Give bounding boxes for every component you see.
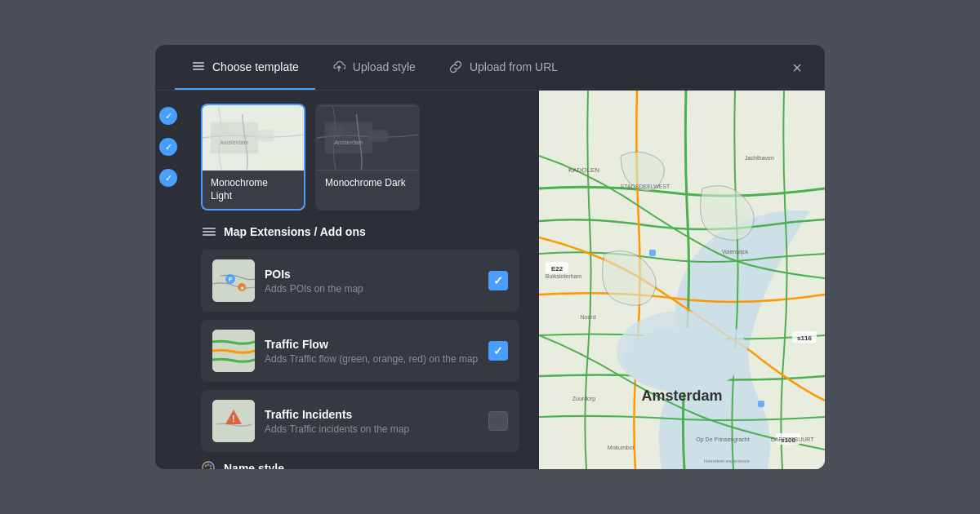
extension-item-traffic-incidents[interactable]: ! Traffic Incidents Adds Traffic inciden…	[201, 390, 519, 452]
template-card-img-light: Amsterdam	[203, 105, 304, 171]
tab-choose-template[interactable]: Choose template	[175, 45, 315, 90]
pois-desc: Adds POIs on the map	[265, 283, 479, 295]
svg-text:Amsterdam: Amsterdam	[641, 388, 722, 404]
template-card-dark-label: Monochrome Dark	[317, 171, 418, 197]
extension-item-traffic-flow[interactable]: Traffic Flow Adds Traffic flow (green, o…	[201, 320, 519, 382]
extensions-section-title: Map Extensions / Add ons	[224, 225, 366, 238]
svg-text:Amsterdam: Amsterdam	[220, 140, 248, 145]
svg-rect-2	[193, 62, 204, 64]
traffic-flow-name: Traffic Flow	[265, 338, 479, 351]
layers-icon	[191, 60, 206, 74]
traffic-incidents-thumbnail: !	[212, 400, 255, 442]
step-2-indicator	[159, 138, 177, 156]
svg-text:E22: E22	[551, 265, 564, 273]
name-style-title: Name style	[224, 462, 284, 469]
svg-point-27	[207, 463, 210, 466]
template-card-light-label: Monochrome Light	[203, 171, 304, 209]
svg-point-26	[205, 465, 207, 467]
link-icon	[448, 60, 463, 74]
upload-cloud-icon	[332, 60, 346, 74]
traffic-incidents-checkbox[interactable]	[488, 411, 508, 431]
traffic-flow-thumbnail	[212, 330, 255, 372]
template-card-monochrome-dark[interactable]: Amsterdam Monochrome Dark	[315, 104, 420, 210]
svg-rect-0	[193, 65, 204, 67]
tab-upload-url[interactable]: Upload from URL	[432, 45, 574, 90]
svg-point-28	[210, 465, 212, 467]
svg-text:KADOLEN: KADOLEN	[568, 166, 599, 174]
palette-icon	[201, 460, 217, 469]
svg-text:Volenwijck: Volenwijck	[722, 249, 749, 255]
svg-rect-6	[215, 126, 230, 135]
svg-text:Heineken experience: Heineken experience	[704, 459, 751, 463]
template-card-monochrome-light[interactable]: Amsterdam Monochrome Light	[201, 104, 305, 210]
svg-text:P: P	[229, 277, 233, 282]
svg-point-29	[210, 468, 212, 469]
svg-text:Jachthaven: Jachthaven	[745, 155, 774, 161]
traffic-incidents-info: Traffic Incidents Adds Traffic incidents…	[265, 408, 479, 435]
pois-info: POIs Adds POIs on the map	[265, 268, 479, 295]
svg-rect-53	[758, 401, 764, 407]
modal-header: Choose template Upload style Upload from…	[155, 45, 825, 91]
traffic-flow-checkbox[interactable]	[488, 341, 508, 361]
svg-text:Mokumbol: Mokumbol	[608, 445, 635, 450]
extensions-icon	[201, 224, 217, 240]
svg-text:Op De Prinsengracht: Op De Prinsengracht	[696, 436, 749, 443]
step-3-indicator	[159, 169, 177, 187]
svg-text:!: !	[232, 414, 234, 423]
content-panel: Amsterdam Monochrome Light	[181, 91, 539, 469]
left-sidebar	[155, 91, 181, 469]
svg-rect-11	[329, 126, 345, 135]
svg-text:★: ★	[240, 286, 244, 290]
svg-text:Noord: Noord	[580, 314, 595, 320]
svg-text:Amsterdam: Amsterdam	[334, 140, 363, 145]
tab-upload-style-label: Upload style	[353, 60, 416, 73]
svg-rect-7	[254, 130, 274, 142]
traffic-flow-info: Traffic Flow Adds Traffic flow (green, o…	[265, 338, 479, 365]
tab-choose-template-label: Choose template	[212, 60, 299, 73]
svg-text:GAPPERBUURT: GAPPERBUURT	[770, 436, 814, 442]
extensions-section-header: Map Extensions / Add ons	[201, 224, 519, 240]
step-1-indicator	[159, 107, 177, 125]
pois-thumbnail: P ★	[212, 259, 255, 302]
close-button[interactable]: ×	[789, 56, 805, 79]
tab-upload-url-label: Upload from URL	[470, 60, 558, 73]
svg-rect-15	[203, 234, 216, 236]
svg-point-33	[625, 327, 739, 392]
traffic-incidents-desc: Adds Traffic incidents on the map	[265, 423, 479, 435]
svg-text:STADSDEELWEST: STADSDEELWEST	[621, 184, 671, 189]
svg-text:s116: s116	[797, 335, 812, 342]
pois-checkbox[interactable]	[488, 271, 508, 290]
svg-rect-1	[193, 69, 204, 70]
svg-rect-14	[203, 231, 216, 233]
modal: Choose template Upload style Upload from…	[155, 45, 825, 469]
map-panel: Amsterdam E22 s116 s100 KADOLEN Jachthav…	[539, 91, 825, 469]
modal-body: Amsterdam Monochrome Light	[155, 91, 825, 469]
traffic-incidents-name: Traffic Incidents	[265, 408, 479, 421]
svg-rect-12	[368, 130, 388, 142]
template-cards: Amsterdam Monochrome Light	[201, 104, 519, 210]
name-style-header: Name style	[201, 460, 519, 469]
pois-name: POIs	[265, 268, 479, 281]
extension-item-pois[interactable]: P ★ POIs Adds POIs on the map	[201, 250, 519, 312]
template-card-img-dark: Amsterdam	[317, 105, 418, 171]
svg-text:Buiksloterham: Buiksloterham	[546, 273, 582, 279]
tab-upload-style[interactable]: Upload style	[315, 45, 432, 90]
traffic-flow-desc: Adds Traffic flow (green, orange, red) o…	[265, 353, 479, 365]
svg-rect-52	[649, 250, 656, 256]
svg-rect-13	[203, 228, 216, 229]
svg-text:Zuurdorp: Zuurdorp	[572, 396, 596, 402]
